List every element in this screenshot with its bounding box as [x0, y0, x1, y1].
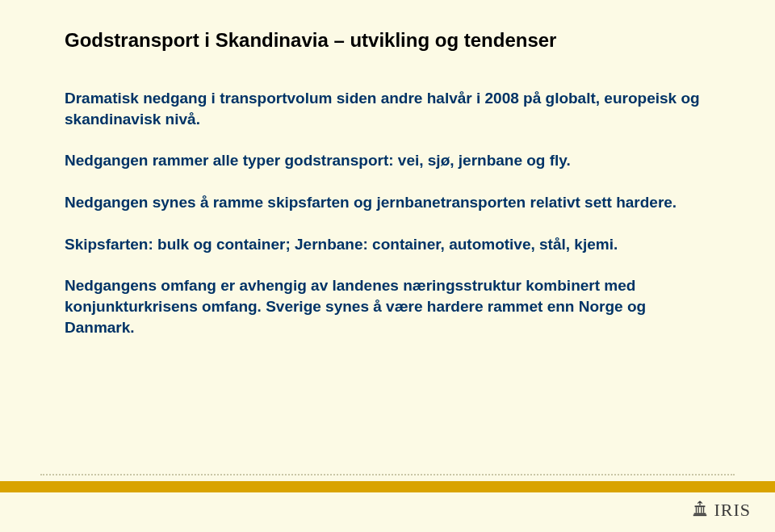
svg-rect-5: [694, 513, 706, 515]
slide-content: Godstransport i Skandinavia – utvikling …: [0, 0, 775, 532]
paragraph: Dramatisk nedgang i transportvolum siden…: [65, 88, 710, 129]
divider-dotted: [40, 474, 735, 475]
footer: IRIS: [691, 500, 751, 521]
paragraph: Nedgangens omfang er avhengig av landene…: [65, 275, 710, 337]
paragraph: Skipsfarten: bulk og container; Jernbane…: [65, 234, 710, 255]
svg-rect-0: [695, 505, 706, 507]
slide-title: Godstransport i Skandinavia – utvikling …: [65, 27, 710, 52]
svg-rect-6: [693, 514, 707, 516]
paragraph: Nedgangen synes å ramme skipsfarten og j…: [65, 192, 710, 213]
logo-icon: [691, 500, 709, 521]
paragraph: Nedgangen rammer alle typer godstranspor…: [65, 150, 710, 171]
slide: Godstransport i Skandinavia – utvikling …: [0, 0, 775, 532]
logo-text: IRIS: [714, 500, 751, 521]
accent-bar: [0, 481, 775, 492]
